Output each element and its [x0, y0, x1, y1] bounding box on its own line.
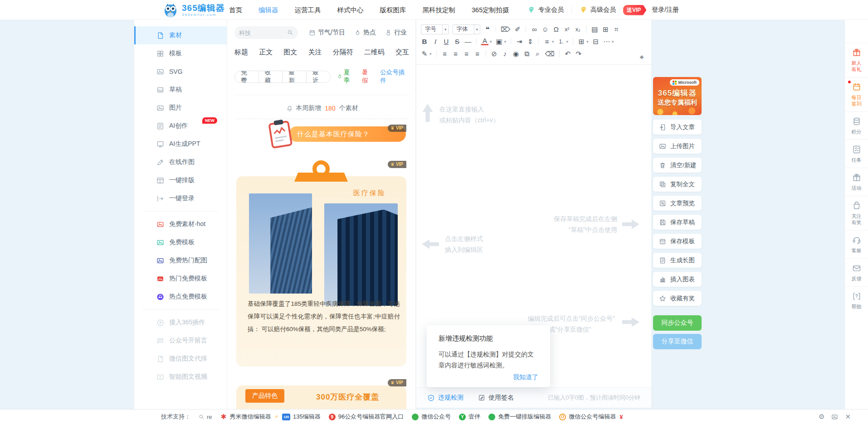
sidebar-item-hot-free-template[interactable]: 热门免费模板	[134, 270, 227, 288]
popup-confirm-button[interactable]: 我知道了	[513, 373, 538, 381]
subscript-icon[interactable]: x₂	[574, 27, 581, 32]
strikethrough-icon[interactable]: S	[454, 38, 461, 45]
article-preview-button[interactable]: 文章预览	[653, 196, 702, 211]
upload-image-button[interactable]: 上传图片	[653, 139, 702, 154]
logo[interactable]: 365编辑器 365editor.com	[162, 2, 225, 18]
generate-long-image-button[interactable]: 生成长图	[653, 253, 702, 268]
sidebar-item-draft[interactable]: 草稿	[134, 81, 227, 99]
sidebar-item-comments[interactable]: 公众号开留言	[134, 332, 227, 350]
login-register-link[interactable]: 登录/注册	[652, 6, 679, 14]
quick-link-hot[interactable]: 热点	[354, 29, 376, 37]
font-family-select[interactable]: 字体▾	[453, 24, 481, 34]
line-height-icon[interactable]: ⇕	[527, 38, 534, 45]
music-icon[interactable]: ♪	[502, 50, 509, 57]
gear-icon[interactable]: ⚙	[819, 413, 824, 421]
footer-link-free-layout[interactable]: 免费一键排版编辑器	[488, 413, 551, 421]
rail-daily-checkin[interactable]: 每日签到	[845, 77, 868, 111]
import-article-button[interactable]: 导入文章	[653, 120, 702, 135]
bold-icon[interactable]: B	[421, 38, 428, 45]
chevron-down-icon[interactable]: ▾	[504, 39, 507, 44]
copy-all-button[interactable]: 复制全文	[653, 177, 702, 192]
table-icon[interactable]: ⊞	[578, 38, 585, 45]
sidebar-item-smart-video[interactable]: 智能图文视频	[134, 368, 227, 386]
rail-activities[interactable]: 活动	[845, 168, 868, 196]
sidebar-item-plugin[interactable]: 接入365插件	[134, 313, 227, 332]
category-interact[interactable]: 交互	[395, 48, 409, 57]
filter-newest[interactable]: 最新	[282, 71, 306, 82]
chevron-down-icon[interactable]: ▾	[490, 39, 492, 44]
footer-link-yiban[interactable]: Y壹伴	[459, 413, 480, 421]
search-box[interactable]	[234, 26, 298, 39]
table-cell-icon[interactable]: ⊟	[592, 38, 600, 45]
sidebar-item-ai-create[interactable]: AI创作NEW	[134, 117, 227, 135]
filter-free[interactable]: 免费	[235, 71, 258, 82]
rail-tasks[interactable]: 任务	[845, 140, 868, 168]
sync-official-account-button[interactable]: 同步公众号	[653, 315, 702, 331]
sidebar-item-free-material[interactable]: 免费素材-hot	[134, 215, 227, 233]
font-color-icon[interactable]: A	[481, 38, 488, 45]
footer-link-wechat-editor[interactable]: O微信公众号编辑器	[559, 413, 616, 421]
tag-summer[interactable]: 夏季	[337, 68, 356, 85]
chevron-down-icon[interactable]: ▾	[552, 39, 554, 44]
nav-item-shooting[interactable]: 365定制拍摄	[472, 6, 509, 14]
close-icon[interactable]: ✕	[845, 413, 851, 421]
chevron-down-icon[interactable]: ▾	[566, 39, 569, 44]
sidebar-item-svg[interactable]: SVG	[134, 63, 227, 81]
material-card-title[interactable]: ♛VIP 什么是基本医疗保险？	[236, 123, 406, 154]
blockquote-icon[interactable]: ❝	[484, 26, 491, 33]
align-justify-icon[interactable]: ≡	[474, 50, 481, 57]
quick-link-industry[interactable]: 行业	[385, 29, 407, 37]
rail-points[interactable]: 积分	[845, 111, 868, 140]
sidebar-item-free-hot-pics[interactable]: 免费热门配图	[134, 251, 227, 270]
superscript-icon[interactable]: x²	[563, 27, 571, 32]
premium-member-link[interactable]: 高级会员	[580, 6, 616, 14]
nav-item-editor[interactable]: 编辑器	[258, 6, 278, 14]
move-handle-icon[interactable]: ⌖	[639, 53, 644, 62]
rail-newbie-gift[interactable]: 新人有礼	[845, 43, 868, 77]
redo-icon[interactable]: ↷	[575, 50, 582, 57]
sidebar-item-wechat-layout[interactable]: 微信图文代排	[134, 350, 227, 368]
bg-color-icon[interactable]: ▣	[496, 38, 503, 45]
save-template-button[interactable]: 保存模板	[653, 234, 702, 249]
more-options-icon[interactable]: ⋯	[603, 38, 610, 45]
tag-plugin[interactable]: 公众号插件	[380, 68, 410, 85]
align-center-icon[interactable]: ≡	[452, 50, 459, 57]
sidebar-item-trend-free-template[interactable]: 热点免费模板	[134, 288, 227, 306]
violation-check-button[interactable]: 违规检测	[427, 394, 463, 402]
clear-format-icon[interactable]: ⊘	[491, 50, 498, 57]
filter-recent[interactable]: 最近	[306, 71, 330, 82]
sidebar-item-material[interactable]: 素材	[134, 26, 227, 44]
link-icon[interactable]: ∞	[531, 26, 538, 33]
rail-follow-reward[interactable]: 关注有奖	[845, 196, 868, 230]
indent-icon[interactable]: ⇥	[516, 38, 523, 45]
eraser-icon[interactable]: ⌦	[501, 26, 510, 33]
format-brush-icon[interactable]: ✐	[514, 26, 521, 33]
align-left-icon[interactable]: ≡	[441, 50, 449, 57]
sidebar-item-online-draw[interactable]: 在线作图	[134, 153, 227, 171]
category-imagetext[interactable]: 图文	[283, 48, 297, 57]
favorite-reward-button[interactable]: 收藏有奖	[653, 291, 702, 306]
emoji-icon[interactable]: ☺	[541, 26, 549, 33]
category-follow[interactable]: 关注	[308, 48, 322, 57]
bullet-list-icon[interactable]: ≡	[543, 38, 551, 45]
target-icon[interactable]: ◉	[512, 50, 520, 57]
code-icon[interactable]: ⌗	[613, 26, 620, 33]
special-char-icon[interactable]: Ω	[552, 26, 560, 33]
category-qrcode[interactable]: 二维码	[364, 48, 385, 57]
insert-chart-button[interactable]: 插入图表	[653, 272, 702, 287]
footer-link-96[interactable]: 996公众号编辑器官网入口	[329, 413, 404, 421]
filter-favorite[interactable]: 收藏	[258, 71, 283, 82]
layout-grid-icon[interactable]: ⊞	[602, 26, 609, 33]
nav-item-styles[interactable]: 样式中心	[337, 6, 364, 14]
horizontal-rule-icon[interactable]: —	[464, 38, 472, 45]
footer-link-135[interactable]: 135135编辑器	[282, 413, 321, 421]
rail-feedback[interactable]: 反馈	[845, 258, 868, 286]
vip-gift-badge[interactable]: 送VIP	[623, 5, 646, 15]
nav-item-tools[interactable]: 运营工具	[295, 6, 321, 14]
find-replace-icon[interactable]: ⌕	[534, 50, 541, 57]
search-icon[interactable]	[287, 29, 293, 36]
tag-vacation[interactable]: 暑假	[362, 68, 374, 85]
nav-item-home[interactable]: 首页	[229, 6, 242, 14]
style-pen-icon[interactable]: ✎	[421, 50, 428, 57]
footer-link-xiumi[interactable]: ✱秀米微信编辑器	[220, 413, 271, 421]
